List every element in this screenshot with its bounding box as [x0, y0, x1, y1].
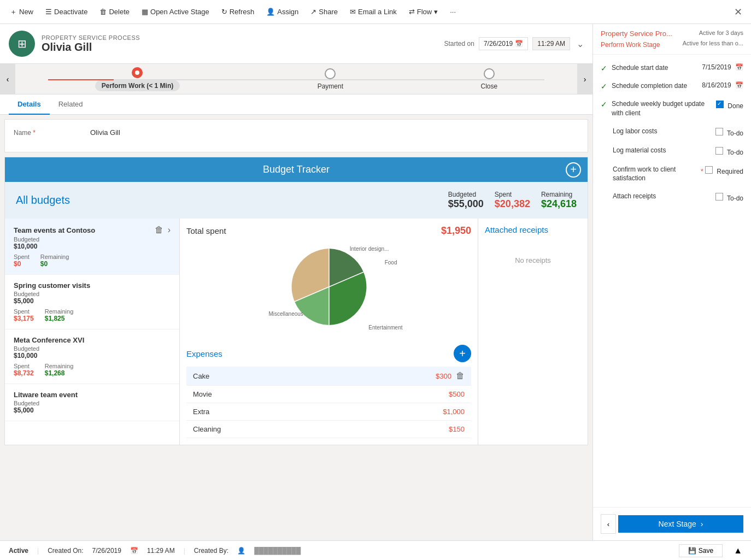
panel-item-value-2: Done [716, 99, 743, 110]
budgeted-label: Budgeted [448, 191, 476, 198]
check-icon-2: ✓ [601, 100, 607, 109]
name-value[interactable]: Olivia Gill [90, 128, 120, 137]
delete-button[interactable]: 🗑 Delete [94, 4, 135, 19]
flow-button[interactable]: ⇄ Flow ▾ [403, 4, 443, 19]
legend-food: Food [385, 260, 397, 266]
expense-name-3: Cleaning [193, 425, 221, 433]
remaining-stat: Remaining $24,618 [541, 191, 577, 210]
new-button[interactable]: ＋ New [4, 4, 39, 20]
budget-item-arrow-0[interactable]: › [168, 225, 171, 235]
panel-item-value-4: To-do [715, 146, 743, 156]
created-time: 11:29 AM [147, 547, 175, 555]
budget-item-amounts-2: Spent $8,732 Remaining $1,268 [14, 363, 171, 377]
expenses-list: Cake $300 🗑 Movie $500 [186, 367, 471, 438]
remaining-value: $24,618 [541, 198, 577, 210]
created-by-icon: 👤 [237, 547, 245, 555]
stage-label-payment[interactable]: Payment [318, 82, 343, 90]
expense-amount-2: $1,000 [443, 408, 465, 416]
tab-details[interactable]: Details [9, 95, 50, 115]
expenses-header: Expenses + [186, 345, 471, 362]
budget-item-2[interactable]: Meta Conference XVI Budgeted $10,000 Spe… [5, 329, 179, 384]
panel-process-name: Property Service Pro... [601, 30, 672, 38]
share-button[interactable]: ↗ Share [305, 4, 343, 19]
assign-button[interactable]: 👤 Assign [261, 4, 304, 19]
created-date: 7/26/2019 [92, 547, 121, 555]
flow-icon: ⇄ [409, 8, 415, 16]
chart-expenses-area: Total spent $1,950 [180, 219, 588, 445]
tab-related[interactable]: Related [50, 95, 92, 115]
stage-circle-payment [325, 68, 336, 79]
expense-row-3[interactable]: Cleaning $150 [186, 421, 471, 438]
new-icon: ＋ [10, 7, 17, 17]
check-icon-1: ✓ [601, 82, 607, 91]
budget-item-1[interactable]: Spring customer visits Budgeted $5,000 S… [5, 275, 179, 329]
receipts-title: Attached receipts [485, 225, 581, 234]
panel-stage-status: Active for less than o... [683, 40, 743, 46]
checkbox-4[interactable] [715, 147, 723, 155]
budget-summary: All budgets Budgeted $55,000 Spent $20,3… [5, 182, 588, 219]
pie-chart-container: Interior design... Food Entertainment Mi… [269, 243, 389, 336]
chevron-right-icon: › [701, 520, 703, 528]
close-button[interactable]: ✕ [729, 3, 747, 21]
expense-row-0[interactable]: Cake $300 🗑 [186, 367, 471, 386]
total-spent-value: $1,950 [441, 225, 471, 237]
calendar-icon-0[interactable]: 📅 [735, 63, 743, 71]
panel-item-value-0: 7/15/2019 📅 [702, 63, 743, 71]
checkbox-3[interactable] [715, 128, 723, 135]
process-prev-button[interactable]: ‹ [0, 64, 15, 95]
panel-item-label-5: Confirm work to client satisfaction [613, 165, 696, 184]
budget-item-0[interactable]: Team events at Contoso 🗑 › Budgeted $10,… [5, 219, 179, 275]
expense-delete-0[interactable]: 🗑 [456, 371, 465, 381]
time-input[interactable]: 11:29 AM [532, 37, 570, 50]
budget-add-button[interactable]: + [566, 162, 581, 178]
checkbox-5[interactable] [705, 166, 713, 174]
panel-item-1: ✓ Schedule completion date 8/16/2019 📅 [593, 77, 751, 95]
panel-item-label-6: Attach receipts [613, 192, 711, 201]
panel-item-label-2: Schedule weekly budget update with clien… [612, 99, 712, 118]
calendar-icon-1[interactable]: 📅 [735, 81, 743, 89]
panel-item-5: Confirm work to client satisfaction * Re… [593, 161, 751, 188]
expense-row-2[interactable]: Extra $1,000 [186, 403, 471, 421]
stage-icon: ▦ [142, 8, 148, 16]
check-icon-0: ✓ [601, 64, 607, 73]
budget-item-name-3: Litware team event [14, 391, 171, 399]
expenses-title: Expenses [186, 349, 222, 358]
stage-prev-button[interactable]: ‹ [601, 514, 616, 534]
record-info: PROPERTY SERVICE PROCESS Olivia Gill [42, 34, 438, 54]
panel-item-value-6: To-do [715, 192, 743, 202]
budget-item-3[interactable]: Litware team event Budgeted $5,000 [5, 384, 179, 421]
next-stage-button[interactable]: Next Stage › [618, 515, 743, 533]
save-button[interactable]: 💾 Save [679, 544, 723, 557]
checkbox-2[interactable] [716, 101, 724, 108]
panel-item-label-1: Schedule completion date [612, 81, 697, 91]
deactivate-button[interactable]: ☰ Deactivate [40, 4, 93, 19]
status-cal-icon[interactable]: 📅 [130, 547, 138, 555]
expense-row-1[interactable]: Movie $500 [186, 386, 471, 403]
date-input[interactable]: 7/26/2019 📅 [479, 37, 528, 50]
status-bar: Active | Created On: 7/26/2019 📅 11:29 A… [0, 540, 751, 560]
email-icon: ✉ [350, 8, 356, 16]
refresh-button[interactable]: ↻ Refresh [216, 4, 260, 19]
trash-icon: 🗑 [99, 8, 107, 16]
panel-items: ✓ Schedule start date 7/15/2019 📅 ✓ Sche… [593, 55, 751, 507]
budget-item-name-2: Meta Conference XVI [14, 336, 171, 344]
checkbox-6[interactable] [715, 193, 723, 201]
open-active-stage-button[interactable]: ▦ Open Active Stage [136, 4, 215, 19]
stage-label-close[interactable]: Close [481, 82, 498, 90]
budget-item-delete-0[interactable]: 🗑 [155, 225, 163, 235]
budgeted-stat: Budgeted $55,000 [448, 191, 484, 210]
status-collapse-button[interactable]: ▲ [734, 546, 742, 556]
process-stages: Perform Work (< 1 Min) Payment Close [15, 67, 577, 91]
email-link-button[interactable]: ✉ Email a Link [344, 4, 402, 19]
add-expense-button[interactable]: + [454, 345, 471, 362]
process-next-button[interactable]: › [577, 64, 592, 95]
next-stage-label: Next Stage [659, 520, 696, 528]
more-button[interactable]: ··· [444, 4, 461, 19]
all-budgets-label: All budgets [16, 194, 70, 207]
stage-label-perform-work[interactable]: Perform Work (< 1 Min) [95, 80, 180, 91]
budget-item-budgeted-label-1: Budgeted [14, 291, 171, 297]
header-collapse-button[interactable]: ⌄ [577, 39, 584, 49]
calendar-icon[interactable]: 📅 [515, 40, 523, 48]
budget-item-budgeted-1: $5,000 [14, 297, 171, 305]
time-value: 11:29 AM [537, 40, 565, 48]
